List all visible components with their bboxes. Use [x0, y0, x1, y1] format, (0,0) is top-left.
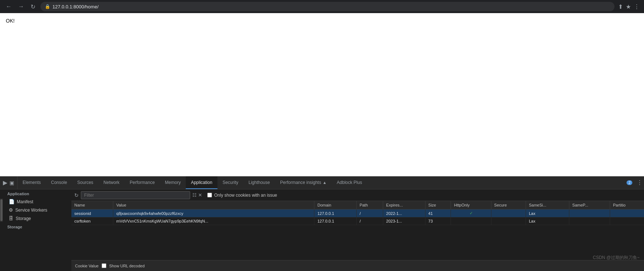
cell-httponly: ✓: [451, 209, 491, 217]
col-httponly[interactable]: HttpOnly: [451, 201, 491, 209]
forward-button[interactable]: →: [17, 2, 25, 11]
col-name[interactable]: Name: [71, 201, 113, 209]
devtools-toolbar: ▶ ▣ Elements Console Sources Network Per…: [0, 176, 644, 189]
table-header-row: Name Value Domain Path Expires... Size H…: [71, 201, 644, 209]
browser-chrome: ← → ↻ 🔒 127.0.0.1:8000/home/ ⬆ ★ ⋮: [0, 0, 644, 13]
address-bar[interactable]: 🔒 127.0.0.1:8000/home/: [40, 2, 614, 11]
col-expires[interactable]: Expires...: [383, 201, 425, 209]
cell-partitio: [610, 209, 644, 217]
devtools-panel: ▶ ▣ Elements Console Sources Network Per…: [0, 176, 644, 271]
sidebar-section-application: Application: [3, 189, 71, 197]
tab-adblock-plus[interactable]: Adblock Plus: [332, 176, 367, 189]
cookie-value-bar: Cookie Value Show URL decoded: [71, 260, 644, 271]
page-ok-text: OK!: [6, 18, 15, 24]
sidebar-item-storage[interactable]: 🗄 Storage: [3, 214, 71, 223]
cell-samep: [569, 209, 610, 217]
reload-button[interactable]: ↻: [29, 2, 37, 12]
devtools-content: ↻ ☷ ✕ Only show cookies with an issue Na…: [71, 189, 644, 271]
devtools-main: Application 📄 Manifest ⚙ Service Workers…: [0, 189, 644, 271]
cookie-filter-input[interactable]: [81, 191, 190, 199]
inspect-icon[interactable]: ▶: [3, 179, 7, 186]
only-show-issues-label: Only show cookies with an issue: [207, 193, 277, 198]
col-size[interactable]: Size: [425, 201, 451, 209]
cell-size: 41: [425, 209, 451, 217]
tab-network[interactable]: Network: [98, 176, 125, 189]
cell-secure: [491, 217, 526, 225]
tab-console[interactable]: Console: [46, 176, 72, 189]
share-icon[interactable]: ⬆: [618, 3, 623, 10]
cell-partitio: [610, 217, 644, 225]
cell-value: mVdVVxnC51nKmsKgWUaN7gyp9p3EehKN9fqN...: [113, 217, 314, 225]
col-samep[interactable]: SameP...: [569, 201, 610, 209]
col-domain[interactable]: Domain: [314, 201, 357, 209]
sidebar-item-manifest[interactable]: 📄 Manifest: [3, 197, 71, 206]
cell-domain: 127.0.0.1: [314, 209, 357, 217]
only-show-issues-text: Only show cookies with an issue: [214, 193, 277, 198]
tab-memory[interactable]: Memory: [160, 176, 186, 189]
browser-actions: ⬆ ★ ⋮: [618, 3, 640, 10]
cell-size: 73: [425, 217, 451, 225]
lock-icon: 🔒: [45, 4, 50, 9]
cell-samep: [569, 217, 610, 225]
col-samesi[interactable]: SameSi...: [526, 201, 569, 209]
cell-name: csrftoken: [71, 217, 113, 225]
sidebar-inner: Application 📄 Manifest ⚙ Service Workers…: [0, 189, 71, 271]
cell-secure: [491, 209, 526, 217]
sidebar-storage-label: Storage: [16, 216, 31, 221]
sidebar-service-workers-label: Service Workers: [15, 208, 47, 213]
cell-samesi: Lax: [526, 217, 569, 225]
tab-performance[interactable]: Performance: [125, 176, 160, 189]
back-button[interactable]: ←: [4, 2, 13, 11]
tab-application[interactable]: Application: [186, 176, 217, 189]
col-partitio[interactable]: Partitio: [610, 201, 644, 209]
more-tabs-icon[interactable]: ⋮: [637, 179, 643, 186]
cell-samesi: Lax: [526, 209, 569, 217]
show-url-decoded-text: Show URL decoded: [109, 264, 145, 268]
badge-2: 2: [627, 180, 632, 185]
table-row[interactable]: csrftoken mVdVVxnC51nKmsKgWUaN7gyp9p3Eeh…: [71, 217, 644, 225]
cell-expires: 2022-1...: [383, 209, 425, 217]
service-workers-icon: ⚙: [9, 207, 13, 213]
manifest-icon: 📄: [9, 199, 15, 204]
col-value[interactable]: Value: [113, 201, 314, 209]
performance-insights-icon: ▲: [323, 180, 327, 185]
cell-path: /: [357, 209, 383, 217]
cookies-data-table: Name Value Domain Path Expires... Size H…: [71, 201, 644, 225]
devtools-tabs: Elements Console Sources Network Perform…: [17, 176, 644, 189]
tab-lighthouse[interactable]: Lighthouse: [243, 176, 275, 189]
cell-name: sessionid: [71, 209, 113, 217]
devtools-tab-right: 2 ⋮: [625, 176, 644, 189]
only-show-issues-checkbox[interactable]: [207, 193, 212, 197]
devtools-sidebar: Application 📄 Manifest ⚙ Service Workers…: [0, 189, 71, 271]
table-row[interactable]: sessionid q8jxaxcoomhqk9x4ahwfe00pzzf6zx…: [71, 209, 644, 217]
star-icon[interactable]: ★: [626, 3, 631, 10]
cell-path: /: [357, 217, 383, 225]
sidebar-item-service-workers[interactable]: ⚙ Service Workers: [3, 206, 71, 214]
tab-performance-insights[interactable]: Performance insights ▲: [275, 176, 332, 189]
sidebar-manifest-label: Manifest: [17, 199, 33, 204]
device-icon[interactable]: ▣: [9, 180, 14, 186]
show-url-decoded-checkbox[interactable]: [102, 263, 106, 268]
filter-clear-icon[interactable]: ☷: [192, 192, 197, 198]
cell-expires: 2023-1...: [383, 217, 425, 225]
page-content: OK!: [0, 13, 644, 176]
cell-domain: 127.0.0.1: [314, 217, 357, 225]
col-path[interactable]: Path: [357, 201, 383, 209]
cookie-table: Name Value Domain Path Expires... Size H…: [71, 201, 644, 260]
menu-icon[interactable]: ⋮: [634, 3, 640, 10]
refresh-cookies-button[interactable]: ↻: [74, 192, 79, 198]
csdn-watermark: CSDN @过期的秋刀鱼~: [593, 255, 640, 261]
filter-delete-icon[interactable]: ✕: [198, 192, 202, 198]
filter-actions: ☷ ✕: [192, 192, 202, 198]
tab-elements[interactable]: Elements: [17, 176, 46, 189]
scrollbar-thumb: [0, 199, 3, 221]
col-secure[interactable]: Secure: [491, 201, 526, 209]
storage-icon: 🗄: [9, 216, 13, 221]
sidebar-scrollbar[interactable]: [0, 199, 3, 222]
cookie-value-label: Cookie Value: [75, 264, 99, 268]
devtools-icons: ▶ ▣: [0, 176, 17, 189]
tab-sources[interactable]: Sources: [72, 176, 98, 189]
tab-security[interactable]: Security: [217, 176, 243, 189]
sidebar-section-storage: Storage: [3, 223, 71, 231]
url-text: 127.0.0.1:8000/home/: [52, 4, 99, 9]
